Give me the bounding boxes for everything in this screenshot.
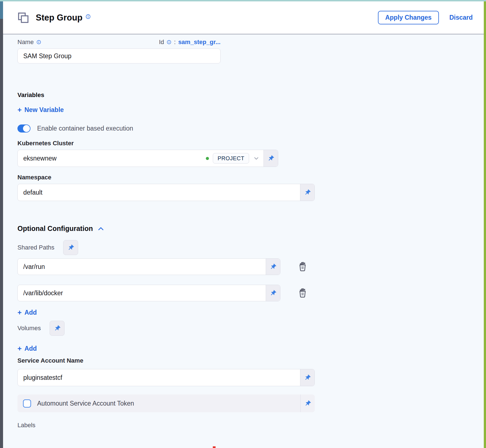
shared-path-row <box>17 285 484 301</box>
automount-label: Automount Service Account Token <box>37 400 134 407</box>
left-edge-strip-bottom <box>0 19 3 448</box>
shared-path-pin-button[interactable] <box>266 259 280 275</box>
kubernetes-cluster-input[interactable] <box>18 150 206 167</box>
pin-icon <box>304 374 311 381</box>
shared-paths-pin-button[interactable] <box>63 240 78 255</box>
kubernetes-cluster-label: Kubernetes Cluster <box>17 140 484 147</box>
namespace-input[interactable] <box>18 184 300 201</box>
name-id-row: Name Id : sam_step_gr... <box>17 39 221 46</box>
info-icon[interactable] <box>85 14 91 19</box>
name-input[interactable] <box>17 49 221 63</box>
shared-path-input[interactable] <box>18 259 266 275</box>
plus-icon: + <box>17 308 22 317</box>
pin-icon <box>270 263 277 270</box>
pin-icon <box>54 325 61 332</box>
kubernetes-cluster-select[interactable]: PROJECT <box>17 150 278 167</box>
namespace-field <box>17 184 315 201</box>
id-value-link[interactable]: sam_step_gr... <box>178 39 221 46</box>
service-account-label: Service Account Name <box>17 357 484 364</box>
id-info-icon[interactable] <box>167 40 172 45</box>
new-variable-button[interactable]: + New Variable <box>17 106 64 114</box>
optional-configuration-header: Optional Configuration <box>17 225 484 233</box>
volumes-label: Volumes <box>17 325 41 332</box>
volumes-pin-button[interactable] <box>50 321 65 336</box>
plus-icon: + <box>17 344 22 353</box>
namespace-pin-button[interactable] <box>300 184 314 201</box>
id-label: Id <box>159 39 164 46</box>
kubernetes-pin-button[interactable] <box>264 150 278 167</box>
delete-shared-path-icon[interactable] <box>298 288 308 298</box>
service-account-input[interactable] <box>18 369 300 386</box>
service-account-pin-button[interactable] <box>300 369 314 386</box>
right-edge-strip <box>484 1 486 448</box>
add-volume-label: Add <box>24 345 37 352</box>
shared-paths-header: Shared Paths <box>17 240 484 255</box>
plus-icon: + <box>17 106 22 114</box>
panel-body: Name Id : sam_step_gr... Variables + New… <box>3 39 484 429</box>
toggle-knob <box>23 125 30 132</box>
container-execution-row: Enable container based execution <box>17 124 484 133</box>
apply-changes-button[interactable]: Apply Changes <box>378 11 439 24</box>
automount-pin-button[interactable] <box>300 394 315 412</box>
optional-configuration-heading: Optional Configuration <box>17 225 93 233</box>
scope-badge: PROJECT <box>213 153 249 164</box>
namespace-label: Namespace <box>17 174 484 181</box>
shared-path-input[interactable] <box>18 285 266 301</box>
new-variable-label: New Variable <box>24 106 64 114</box>
id-separator: : <box>174 39 176 46</box>
pin-icon <box>304 400 311 407</box>
delete-shared-path-icon[interactable] <box>298 262 308 272</box>
page-title: Step Group <box>36 13 83 23</box>
bottom-edge-red-fragment <box>213 446 216 448</box>
volumes-header: Volumes <box>17 321 484 336</box>
automount-checkbox[interactable] <box>23 399 31 408</box>
pin-icon <box>267 155 274 162</box>
chevron-down-icon[interactable] <box>253 155 260 162</box>
name-info-icon[interactable] <box>36 40 41 45</box>
name-label: Name <box>17 39 34 46</box>
automount-row: Automount Service Account Token <box>17 394 315 412</box>
collapse-chevron-up-icon[interactable] <box>97 225 104 232</box>
labels-label: Labels <box>17 422 484 429</box>
shared-path-field <box>17 258 280 275</box>
step-group-icon <box>17 11 30 24</box>
connector-status-dot <box>206 157 209 160</box>
container-execution-label: Enable container based execution <box>37 125 133 132</box>
shared-path-pin-button[interactable] <box>266 285 280 301</box>
add-shared-path-button[interactable]: + Add <box>17 308 37 317</box>
shared-path-row <box>17 258 484 275</box>
shared-paths-label: Shared Paths <box>17 244 54 251</box>
container-execution-toggle[interactable] <box>17 124 30 133</box>
discard-link[interactable]: Discard <box>449 14 473 21</box>
shared-path-field <box>17 285 280 301</box>
add-volume-button[interactable]: + Add <box>17 344 37 353</box>
pin-icon <box>304 189 311 196</box>
step-group-panel: Step Group Apply Changes Discard Name Id… <box>3 1 484 448</box>
service-account-field <box>17 369 315 386</box>
top-accent-bar <box>0 0 486 1</box>
panel-header: Step Group Apply Changes Discard <box>3 1 484 34</box>
pin-icon <box>67 244 74 251</box>
pin-icon <box>270 290 277 297</box>
add-shared-path-label: Add <box>24 309 37 316</box>
left-edge-strip-top <box>0 1 3 19</box>
variables-heading: Variables <box>17 91 484 99</box>
